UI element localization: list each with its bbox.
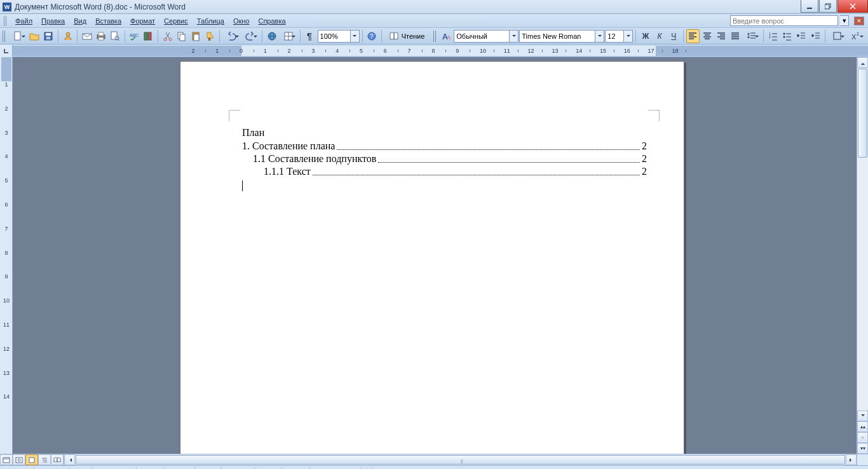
hyperlink-button[interactable] [265, 29, 278, 43]
increase-indent-button[interactable] [809, 29, 822, 43]
menu-insert[interactable]: Вставка [92, 16, 125, 26]
tables-borders-button[interactable] [280, 29, 298, 43]
outline-view-button[interactable] [38, 454, 51, 465]
reading-layout-button[interactable]: Чтение [384, 29, 430, 43]
scroll-up-button[interactable] [857, 57, 868, 68]
bullet-list-button[interactable] [781, 29, 794, 43]
font-combo[interactable] [519, 30, 604, 43]
status-overtype[interactable]: ЗАМ [285, 467, 310, 470]
menu-file[interactable]: Файл [11, 16, 36, 26]
superscript-button[interactable]: X2 [847, 29, 865, 43]
save-button[interactable] [42, 29, 55, 43]
status-position-at[interactable]: На 4,4 см [95, 467, 137, 470]
numbered-list-button[interactable]: 12 [766, 29, 780, 43]
menu-table[interactable]: Таблица [193, 16, 228, 26]
browse-object-button[interactable]: ○ [857, 432, 868, 443]
web-view-button[interactable] [13, 454, 25, 465]
font-size-input[interactable] [606, 31, 623, 42]
align-justify-button[interactable] [728, 29, 742, 43]
previous-page-button[interactable]: ▴▴ [857, 421, 868, 432]
help-search-input[interactable] [730, 15, 838, 26]
horizontal-ruler[interactable]: 210123456789101112131415161718 [13, 44, 868, 57]
print-layout-view-button[interactable] [25, 454, 38, 465]
scroll-right-button[interactable] [846, 454, 857, 465]
italic-button[interactable]: К [653, 29, 666, 43]
status-track-changes[interactable]: ИСПР [224, 467, 255, 470]
window-title: Документ Microsoft Word (8).doc - Micros… [15, 3, 186, 11]
scroll-thumb[interactable] [858, 69, 867, 158]
reading-view-button[interactable] [51, 454, 64, 465]
email-button[interactable] [80, 29, 93, 43]
margin-corner-icon [648, 110, 660, 121]
toolbar-grip-icon[interactable] [433, 31, 437, 42]
scroll-down-button[interactable] [857, 411, 868, 421]
print-button[interactable] [94, 29, 107, 43]
status-line[interactable]: Ст 7 [139, 467, 164, 470]
scroll-thumb[interactable]: ⦀ [76, 455, 845, 465]
vertical-ruler[interactable]: 1234567891011121314 [0, 57, 13, 454]
new-document-button[interactable] [9, 29, 27, 43]
line-spacing-button[interactable] [743, 29, 761, 43]
normal-view-button[interactable] [0, 454, 13, 465]
ruler-tick: 12 [1, 346, 11, 352]
copy-button[interactable] [175, 29, 188, 43]
bold-button[interactable]: Ж [639, 29, 652, 43]
toolbar-grip-icon[interactable] [4, 16, 8, 26]
menu-edit[interactable]: Правка [37, 16, 69, 26]
horizontal-scrollbar[interactable]: ⦀ [64, 454, 857, 465]
open-button[interactable] [28, 29, 41, 43]
style-input[interactable] [454, 31, 509, 42]
scroll-left-button[interactable] [64, 454, 75, 465]
menu-view[interactable]: Вид [70, 16, 90, 26]
restore-button[interactable] [819, 0, 837, 13]
chevron-down-icon[interactable] [595, 31, 604, 42]
permission-button[interactable] [61, 29, 74, 43]
redo-button[interactable] [241, 29, 260, 43]
next-page-button[interactable]: ▾▾ [857, 443, 868, 454]
decrease-indent-button[interactable] [795, 29, 808, 43]
cut-button[interactable] [161, 29, 174, 43]
status-page-count[interactable]: 1/2 [72, 467, 92, 470]
font-size-combo[interactable] [605, 30, 633, 43]
zoom-input[interactable] [318, 31, 350, 42]
status-extend[interactable]: ВДЛ [257, 467, 282, 470]
menu-help[interactable]: Справка [254, 16, 289, 26]
chevron-down-icon[interactable] [623, 31, 632, 42]
align-center-button[interactable] [700, 29, 714, 43]
print-preview-button[interactable] [108, 29, 121, 43]
borders-button[interactable] [828, 29, 846, 43]
status-record[interactable]: ЗАП [198, 467, 222, 470]
research-button[interactable] [142, 29, 155, 43]
status-section[interactable]: Разд 1 [37, 467, 69, 470]
underline-button[interactable]: Ч [667, 29, 681, 43]
help-search-dropdown[interactable]: ▾ [840, 15, 849, 26]
status-column[interactable]: Кол 1 [166, 467, 195, 470]
undo-button[interactable] [222, 29, 241, 43]
vertical-scrollbar[interactable]: ▴▴ ○ ▾▾ [857, 57, 868, 454]
align-left-button[interactable] [686, 29, 700, 43]
status-page[interactable]: Стр. 1 [4, 467, 34, 470]
menu-tools[interactable]: Сервис [160, 16, 192, 26]
format-painter-button[interactable] [203, 29, 217, 43]
minimize-button[interactable] [801, 0, 818, 13]
document-close-button[interactable]: ✕ [854, 17, 864, 25]
tab-selector[interactable] [0, 44, 13, 57]
chevron-down-icon[interactable] [350, 31, 359, 42]
document-viewport[interactable]: План 1. Составление плана 2 1.1 Составле… [13, 57, 857, 454]
menu-format[interactable]: Формат [126, 16, 159, 26]
status-language[interactable]: русский (Ро [313, 467, 361, 470]
document-content[interactable]: План 1. Составление плана 2 1.1 Составле… [242, 127, 647, 191]
chevron-down-icon[interactable] [509, 31, 518, 42]
close-button[interactable] [837, 0, 868, 13]
zoom-combo[interactable] [318, 30, 360, 43]
font-input[interactable] [520, 31, 595, 42]
align-right-button[interactable] [714, 29, 728, 43]
styles-pane-button[interactable]: AA [440, 29, 453, 43]
paste-button[interactable] [189, 29, 202, 43]
toolbar-grip-icon[interactable] [3, 31, 6, 42]
help-button[interactable]: ? [365, 29, 379, 43]
menu-window[interactable]: Окно [229, 16, 254, 26]
style-combo[interactable] [454, 30, 519, 43]
show-formatting-button[interactable]: ¶ [303, 29, 316, 43]
spellcheck-button[interactable]: ABC [128, 29, 141, 43]
